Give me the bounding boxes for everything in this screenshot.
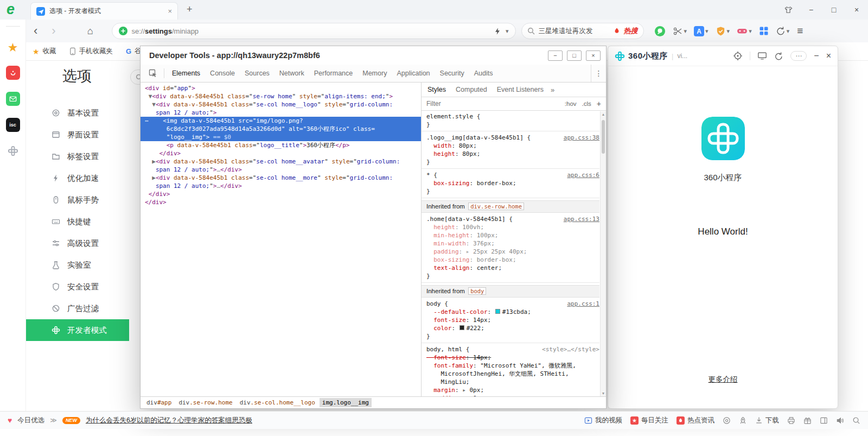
new-tab-button[interactable]: + <box>187 4 193 15</box>
code-line[interactable]: app.css:1body { <box>422 300 599 308</box>
hot-search-label[interactable]: 热搜 <box>624 26 638 36</box>
code-line[interactable]: <style>…</style>body, html { <box>422 345 599 353</box>
code-line[interactable]: } <box>422 121 599 131</box>
pseudo-state-toggle[interactable]: :hov <box>565 100 577 107</box>
cast-screen-icon[interactable] <box>757 51 767 61</box>
tab-application[interactable]: Application <box>392 65 435 82</box>
code-line[interactable]: --default-color: #13cbda; <box>422 308 599 316</box>
bookmark-phone-folder[interactable]: 手机收藏夹 <box>69 47 113 56</box>
gift-icon[interactable] <box>803 416 812 425</box>
menu-icon[interactable]: ≡ <box>795 25 808 37</box>
back-icon[interactable]: ‹ <box>30 25 41 37</box>
dropdown-icon[interactable]: ▾ <box>787 28 790 35</box>
sidebar-item-security-settings[interactable]: 安全设置 <box>26 276 129 298</box>
code-line[interactable]: <p data-v-584e45b1 class="logo__title">3… <box>141 141 421 149</box>
code-line[interactable]: </div> <box>141 149 421 157</box>
games-icon[interactable]: ▾ <box>735 24 754 38</box>
url-text[interactable]: se://settings/miniapp <box>132 27 199 35</box>
address-dropdown-icon[interactable]: ▾ <box>506 28 509 35</box>
styles-panel[interactable]: element.style {}app.css:38.logo__img[dat… <box>422 111 606 396</box>
site-safety-icon[interactable] <box>119 27 127 35</box>
code-line[interactable]: ▼<div data-v-584e45b1 class="se-row home… <box>141 92 421 100</box>
sidebar-item-interface-settings[interactable]: 界面设置 <box>26 124 129 146</box>
rocket-icon[interactable] <box>739 416 747 425</box>
isc-badge[interactable]: isc <box>6 118 20 132</box>
miniapp-titlebar[interactable]: 360小程序 | vi... ⋯ − × <box>608 46 838 66</box>
dropdown-icon[interactable]: ▾ <box>684 28 687 35</box>
browser-360-logo[interactable]: e <box>7 1 15 18</box>
window-minimize-icon[interactable]: − <box>800 0 822 20</box>
tab-close-icon[interactable]: × <box>168 7 172 15</box>
code-line[interactable]: color: #222; <box>422 324 599 332</box>
hot-news-item[interactable]: 热点资讯 <box>676 416 714 425</box>
speaker-icon[interactable] <box>836 416 844 425</box>
styles-filter-input[interactable] <box>426 100 559 108</box>
expand-icon[interactable]: ≫ <box>50 416 57 424</box>
search-box[interactable]: 三星堆遗址再次发 热搜 <box>521 23 644 39</box>
tab-elements[interactable]: Elements <box>167 65 205 82</box>
window-maximize-icon[interactable]: □ <box>822 0 845 20</box>
scrollbar-thumb[interactable] <box>602 120 605 154</box>
headline-link[interactable]: 为什么会丢失6岁以前的记忆？心理学家的答案细思恐极 <box>86 416 252 425</box>
locate-icon[interactable] <box>733 51 743 61</box>
bookmark-favorites[interactable]: ★ 收藏 <box>33 47 56 56</box>
search-query[interactable]: 三星堆遗址再次发 <box>539 27 610 36</box>
code-line[interactable]: height: 100vh; <box>422 223 599 231</box>
crumb-app[interactable]: div#app <box>144 398 174 407</box>
miniapp-more-icon[interactable]: ⋯ <box>790 51 807 61</box>
dropdown-icon[interactable]: ▾ <box>705 28 709 35</box>
scroll-down-icon[interactable]: ▾ <box>601 391 606 396</box>
code-line[interactable]: box-sizing: border-box; <box>422 256 599 264</box>
code-line[interactable]: MicrosoftJhengHei, 华文细黑, STHeiti, <box>422 370 599 378</box>
code-line[interactable]: 6c8dc2f3d027ada9548d14a5a3266d0d" alt="3… <box>141 125 421 133</box>
forward-icon[interactable]: › <box>48 25 59 37</box>
code-line[interactable]: ▼<div data-v-584e45b1 class="se-col home… <box>141 100 421 109</box>
recently-closed-icon[interactable]: ▾ <box>774 24 792 37</box>
code-line[interactable]: app.css:6* { <box>422 171 599 179</box>
tab-network[interactable]: Network <box>275 65 309 82</box>
code-line[interactable]: element.style { <box>422 112 599 121</box>
crumb-home-logo[interactable]: div.se-col.home__logo <box>237 398 318 407</box>
refresh-icon[interactable] <box>774 52 783 61</box>
sidebar-item-advanced-settings[interactable]: 高级设置 <box>26 232 129 254</box>
translate-icon[interactable]: A ▾ <box>692 24 710 38</box>
miniapp-close-icon[interactable]: × <box>826 51 831 61</box>
sidebar-item-mouse-gestures[interactable]: 鼠标手势 <box>26 189 129 211</box>
code-line[interactable]: font-size: 14px; <box>422 316 599 324</box>
lightning-icon[interactable] <box>494 27 501 35</box>
window-close-icon[interactable]: × <box>845 0 868 20</box>
apps-grid-icon[interactable] <box>757 24 770 37</box>
devtools-minimize-icon[interactable]: − <box>548 50 563 61</box>
code-line[interactable]: app.css:13.home[data-v-584e45b1] { <box>422 215 599 223</box>
screenshot-scissors-icon[interactable]: ▾ <box>671 24 689 38</box>
devtools-close-icon[interactable]: × <box>586 50 601 61</box>
code-line[interactable]: box-sizing: border-box; <box>422 179 599 187</box>
code-line[interactable]: ⋯ <img data-v-584e45b1 src="img/logo.png… <box>141 117 421 125</box>
code-line[interactable]: padding: ▸ 0px; <box>422 394 599 396</box>
tab-memory[interactable]: Memory <box>358 65 392 82</box>
devtools-titlebar[interactable]: Developer Tools - app://qh13waury22p7m8b… <box>141 46 606 65</box>
tab-event-listeners[interactable]: Event Listeners <box>492 83 548 97</box>
code-line[interactable]: Inherited from div.se-row.home <box>422 200 599 213</box>
code-line[interactable]: width: 80px; <box>422 142 599 150</box>
dropdown-icon[interactable]: ▾ <box>727 28 730 35</box>
browser-tab[interactable]: 选项 - 开发者模式 × <box>30 2 178 20</box>
code-line[interactable]: min-width: 376px; <box>422 239 599 248</box>
scroll-up-icon[interactable]: ▴ <box>601 112 606 117</box>
sidebar-item-speed-optimization[interactable]: 优化加速 <box>26 167 129 189</box>
dropdown-icon[interactable]: ▾ <box>749 28 752 35</box>
tab-performance[interactable]: Performance <box>309 65 358 82</box>
crumb-se-row-home[interactable]: div.se-row.home <box>176 398 235 407</box>
code-line[interactable]: app.css:38.logo__img[data-v-584e45b1] { <box>422 134 599 142</box>
new-rule-icon[interactable]: + <box>597 99 601 108</box>
devtools-maximize-icon[interactable]: □ <box>567 50 582 61</box>
game-center-icon[interactable] <box>723 416 731 425</box>
miniapp-clover-icon-gray[interactable] <box>6 144 20 158</box>
code-line[interactable]: span 12 / auto;">…</div> <box>141 166 421 174</box>
code-line[interactable]: ▶<div data-v-584e45b1 class="se-col home… <box>141 174 421 182</box>
daily-follow-item[interactable]: ★ 每日关注 <box>630 416 668 425</box>
code-line[interactable]: min-height: 100px; <box>422 231 599 239</box>
favorites-star-icon[interactable]: ★ <box>8 41 18 55</box>
sidebar-item-lab[interactable]: 实验室 <box>26 254 129 276</box>
daily-pick-label[interactable]: 今日优选 <box>17 416 44 425</box>
